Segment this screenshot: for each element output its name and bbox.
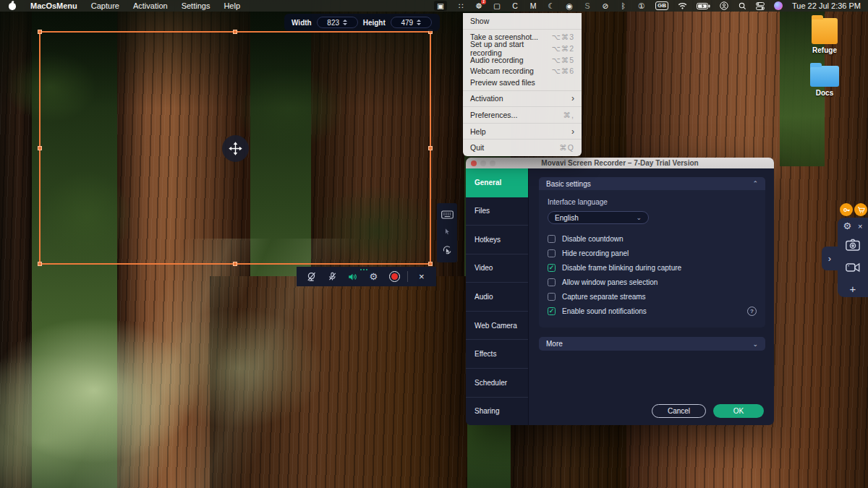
checkbox[interactable]: ✓ — [548, 307, 556, 315]
sidebar-item-label: Audio — [475, 293, 493, 301]
resize-handle-bottom-right[interactable] — [428, 262, 433, 266]
menu-item-preferences[interactable]: Preferences... ⌘, — [463, 109, 582, 121]
window-app-tray-icon[interactable]: ▢ — [493, 1, 501, 11]
checkbox-disable-frame-blinking[interactable]: ✓ Disable frame blinking during capture — [548, 260, 757, 275]
checkbox-label: Disable countdown — [562, 235, 624, 243]
webcam-off-button[interactable] — [301, 267, 322, 286]
sidebar-item-scheduler[interactable]: Scheduler — [466, 369, 528, 398]
window-titlebar[interactable]: Movavi Screen Recorder – 7-Day Trial Ver… — [466, 158, 774, 168]
height-label: Height — [363, 19, 386, 27]
menu-item-activation[interactable]: Activation › — [463, 93, 582, 105]
preferences-sidebar: General Files Hotkeys Video Audio Web Ca… — [466, 168, 529, 425]
menu-settings[interactable]: Settings — [182, 1, 210, 10]
color-dots-app-tray-icon[interactable]: ∷ — [456, 1, 465, 11]
help-icon[interactable]: ? — [747, 307, 757, 316]
resize-handle-bottom-left[interactable] — [38, 262, 42, 266]
basic-settings-header[interactable]: Basic settings ⌃ — [539, 177, 765, 190]
bluetooth-icon[interactable]: ᛒ — [619, 1, 628, 11]
pinwheel-app-tray-icon[interactable]: ☸1 — [475, 1, 483, 11]
language-select[interactable]: English ⌄ — [548, 211, 649, 224]
menu-help[interactable]: Help — [224, 1, 240, 10]
menu-bar-clock[interactable]: Tue 22 Jul 2:36 PM — [792, 1, 861, 10]
m-app-tray-icon[interactable]: M — [529, 1, 537, 11]
sidebar-item-effects[interactable]: Effects — [466, 340, 528, 369]
resize-handle-top[interactable] — [233, 30, 237, 34]
checkbox[interactable]: ✓ — [548, 293, 556, 301]
resize-handle-right[interactable] — [428, 146, 433, 150]
sidebar-item-hotkeys[interactable]: Hotkeys — [466, 226, 528, 254]
record-video-button[interactable] — [846, 262, 860, 275]
capture-settings-button[interactable]: ⚙ — [363, 267, 384, 286]
panel-settings-button[interactable]: ⚙ — [843, 221, 851, 231]
keyboard-capture-button[interactable] — [441, 210, 454, 219]
resize-handle-bottom[interactable] — [233, 262, 237, 266]
info-circle-tray-icon[interactable]: ① — [637, 1, 646, 11]
width-input[interactable]: 823 — [317, 17, 358, 28]
system-sound-button[interactable] — [342, 267, 363, 286]
menu-activation[interactable]: Activation — [133, 1, 168, 10]
checkbox[interactable]: ✓ — [548, 264, 556, 272]
menu-app-name[interactable]: MacOsMenu — [30, 1, 77, 10]
desktop-icon-refuge[interactable]: Refuge — [799, 18, 850, 54]
checkbox-capture-separate-streams[interactable]: ✓ Capture separate streams — [548, 289, 757, 304]
sidebar-item-sharing[interactable]: Sharing — [466, 398, 528, 426]
menu-item-help[interactable]: Help › — [463, 126, 582, 137]
screenshot-camera-button[interactable] — [846, 239, 860, 254]
siri-icon[interactable] — [774, 1, 783, 10]
checkbox-allow-window-panes[interactable]: ✓ Allow window panes selection — [548, 275, 757, 289]
checkbox[interactable]: ✓ — [548, 278, 556, 286]
checkbox-enable-sound-notifications[interactable]: ✓ Enable sound notifications ? — [548, 304, 757, 318]
cancel-button[interactable]: Cancel — [652, 404, 706, 418]
screen-recorder-tray-icon[interactable]: ▣ — [434, 1, 447, 11]
sidebar-item-general[interactable]: General — [466, 168, 528, 197]
show-cursor-button[interactable] — [443, 227, 451, 236]
chevron-right-icon: › — [828, 253, 831, 264]
apple-menu-icon[interactable] — [9, 1, 17, 10]
menu-item-show[interactable]: Show — [463, 15, 582, 27]
menu-capture[interactable]: Capture — [91, 1, 119, 10]
menu-item-preview-saved-files[interactable]: Preview saved files — [463, 77, 582, 88]
more-section-header[interactable]: More ⌄ — [539, 337, 765, 351]
sidebar-item-audio[interactable]: Audio — [466, 283, 528, 312]
sidebar-item-web-camera[interactable]: Web Camera — [466, 312, 528, 341]
desktop-icon-label: Docs — [799, 89, 850, 97]
panel-close-button[interactable]: × — [858, 222, 862, 231]
menu-item-audio-recording[interactable]: Audio recording ⌥⌘5 — [463, 54, 582, 66]
checkbox[interactable]: ✓ — [548, 249, 556, 257]
keyboard-layout-badge[interactable]: GB — [655, 1, 668, 10]
activation-key-button[interactable] — [840, 203, 853, 216]
highlight-clicks-button[interactable] — [442, 245, 452, 255]
user-account-icon[interactable] — [720, 1, 728, 11]
checkbox-hide-recording-panel[interactable]: ✓ Hide recording panel — [548, 246, 757, 260]
move-selection-button[interactable] — [222, 135, 249, 162]
desktop-icon-docs[interactable]: Docs — [799, 66, 850, 97]
ok-button[interactable]: OK — [713, 404, 764, 418]
menu-item-webcam-recording[interactable]: Webcam recording ⌥⌘6 — [463, 65, 582, 77]
sidebar-item-video[interactable]: Video — [466, 254, 528, 283]
battery-icon[interactable] — [697, 1, 710, 11]
moon-focus-tray-icon[interactable]: ☾ — [547, 1, 556, 11]
height-stepper[interactable] — [417, 20, 421, 25]
height-input[interactable]: 479 — [391, 17, 432, 28]
checkbox[interactable]: ✓ — [548, 235, 556, 243]
start-record-button[interactable] — [384, 267, 405, 286]
s-app-tray-icon[interactable]: S — [583, 1, 592, 11]
wifi-icon[interactable] — [678, 1, 687, 11]
resize-handle-top-left[interactable] — [38, 30, 42, 34]
menu-item-quit[interactable]: Quit ⌘Q — [463, 142, 582, 153]
checkbox-disable-countdown[interactable]: ✓ Disable countdown — [548, 231, 757, 246]
resize-handle-left[interactable] — [38, 146, 42, 150]
width-stepper[interactable] — [343, 20, 347, 25]
spotlight-search-icon[interactable] — [738, 1, 746, 11]
record-circle-tray-icon[interactable]: ◉ — [565, 1, 574, 11]
menu-item-setup-recording[interactable]: Set up and start recording ⌥⌘2 — [463, 43, 582, 54]
buy-cart-button[interactable] — [854, 203, 867, 216]
add-tool-button[interactable]: + — [850, 283, 856, 294]
control-center-icon[interactable] — [756, 1, 765, 11]
sidebar-item-files[interactable]: Files — [466, 197, 528, 226]
c-app-tray-icon[interactable]: C — [511, 1, 519, 11]
panel-expand-tab[interactable]: › — [822, 247, 838, 270]
mute-tray-icon[interactable]: ⊘ — [601, 1, 610, 11]
close-capture-button[interactable]: × — [411, 267, 432, 286]
microphone-off-button[interactable] — [322, 267, 343, 286]
